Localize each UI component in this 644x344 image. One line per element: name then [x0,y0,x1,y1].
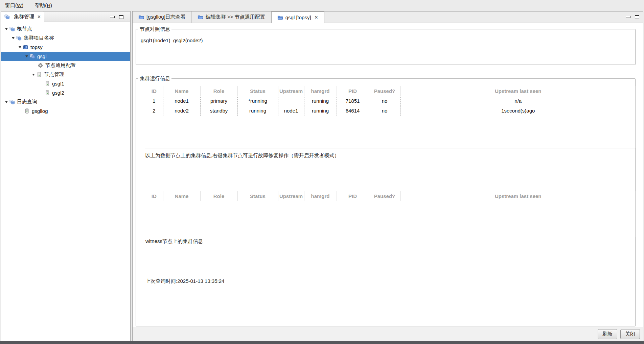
cell: 2 [145,106,163,116]
column-header[interactable]: Upstream [278,86,304,96]
editor-area: [gsgllog]日志查看 编辑集群 >> 节点通用配置 gsgl [topsy… [132,11,643,341]
column-header[interactable]: ID [145,86,163,96]
column-header[interactable]: PID [337,191,369,201]
node-info-groupbox: 节点对照信息 gsgl1(node1) gsgl2(node2) [136,29,636,65]
tab-label: [gsgllog]日志查看 [146,14,186,20]
cluster-tree: 根节点 集群项目名称 topsy gsgl 节点通用配置 节点管理 [1,22,130,341]
tree-item-label: topsy [30,44,43,50]
view-tab-label: 集群管理 [14,14,34,20]
folder-icon [198,14,203,20]
window-bottom-edge [0,341,644,344]
cluster-info-groupbox: 集群运行信息 ID Name Role Status Upstrea [136,78,636,326]
refresh-button[interactable]: 刷新 [598,329,617,339]
tree-item-node-common-config[interactable]: 节点通用配置 [1,61,130,70]
witness-note: witness节点上的集群信息 [145,238,203,245]
maximize-icon[interactable] [635,15,639,19]
editor-content: 节点对照信息 gsgl1(node1) gsgl2(node2) 集群运行信息 … [133,23,643,327]
column-header[interactable]: hamgrd [304,86,337,96]
tree-item-cluster-project-name[interactable]: 集群项目名称 [1,33,130,43]
column-header[interactable]: Paused? [369,86,400,96]
view-tab-cluster-management[interactable]: 集群管理 ✕ [1,11,44,22]
tree-item-label: gsgl1 [52,81,64,87]
menu-item-help[interactable]: 帮助(H) [33,1,54,10]
menu-text: ) [22,2,23,8]
cell: primary [200,96,237,106]
cell: n/a [400,96,636,106]
view-header: 集群管理 ✕ [1,11,130,22]
close-icon[interactable]: ✕ [315,15,318,20]
cell: 71851 [337,96,369,106]
cluster-grid-icon [23,44,28,50]
cell: no [369,106,400,116]
tree-item-label: 根节点 [17,26,32,32]
tree-item-label: gsgl [37,53,47,59]
tree-item-label: 集群项目名称 [24,35,54,41]
close-icon[interactable]: ✕ [37,15,41,19]
server-icon [24,108,30,114]
column-header[interactable]: Role [200,191,237,201]
tree-item-gsgl2[interactable]: gsgl2 [1,88,130,97]
minimize-icon[interactable] [626,16,630,18]
view-window-controls [110,11,123,22]
data-node-note: 以上为数据节点上的集群信息,右键集群节点可进行故障修复操作（需开启开发者模式） [145,152,339,159]
expander-arrow-icon[interactable] [24,55,29,57]
maximize-icon[interactable] [119,15,123,19]
column-header[interactable]: hamgrd [304,191,337,201]
tree-item-topsy[interactable]: topsy [1,43,130,52]
tree-item-node-management[interactable]: 节点管理 [1,70,130,79]
table-row[interactable]: 1 node1 primary *running running 71851 n… [145,96,636,106]
close-button[interactable]: 关闭 [620,329,640,339]
tab-gsgllog-log-view[interactable]: [gsgllog]日志查看 [133,11,192,23]
column-header[interactable]: Role [200,86,237,96]
cell [278,96,304,106]
cell: running [304,96,337,106]
last-query-time: 上次查询时间:2025-01-13 13:35:24 [145,278,224,285]
minimize-icon[interactable] [110,16,115,18]
column-header[interactable]: Name [163,191,200,201]
expander-arrow-icon[interactable] [4,101,9,103]
tree-item-gsgl[interactable]: gsgl [1,52,130,61]
folder-icon [277,15,283,20]
expander-arrow-icon[interactable] [10,37,16,39]
database-icon [16,35,22,41]
tree-item-root[interactable]: 根节点 [1,24,130,33]
column-header[interactable]: Upstream [278,191,304,201]
gear-icon [38,63,43,68]
tab-gsgl-topsy[interactable]: gsgl [topsy] ✕ [271,11,324,23]
tab-label: gsgl [topsy] [285,15,311,20]
server-icon [44,81,50,87]
cell: 64614 [337,106,369,116]
menu-mnemonic: H [47,2,50,8]
expander-arrow-icon[interactable] [17,46,23,48]
column-header[interactable]: Name [163,86,200,96]
column-header[interactable]: ID [145,191,163,201]
tree-item-gsgl1[interactable]: gsgl1 [1,79,130,88]
folder-icon [138,14,144,20]
database-icon [29,53,35,59]
column-header[interactable]: Upstream last seen [400,86,636,96]
column-header[interactable]: Status [237,86,278,96]
column-header[interactable]: Paused? [369,191,400,201]
expander-arrow-icon[interactable] [31,74,36,76]
server-icon [44,90,50,96]
groupbox-title: 集群运行信息 [138,75,171,82]
expander-arrow-icon[interactable] [4,28,9,30]
menu-item-window[interactable]: 窗口(W) [3,1,25,10]
cell: node1 [163,96,200,106]
tree-item-label: 节点管理 [44,71,64,78]
menu-bar: 窗口(W) 帮助(H) [0,0,644,11]
cell: node2 [163,106,200,116]
column-header[interactable]: PID [337,86,369,96]
table-row[interactable]: 2 node2 standby running node1 running 64… [145,106,636,116]
database-icon [4,14,10,20]
tab-edit-cluster-node-config[interactable]: 编辑集群 >> 节点通用配置 [192,11,271,23]
editor-tab-bar: [gsgllog]日志查看 编辑集群 >> 节点通用配置 gsgl [topsy… [133,11,643,23]
tree-item-log-query[interactable]: 日志查询 [1,97,130,106]
groupbox-title: 节点对照信息 [138,26,171,32]
menu-text: ) [50,2,52,8]
column-header[interactable]: Upstream last seen [400,191,636,201]
tree-item-label: 节点通用配置 [45,62,76,69]
tree-item-gsgllog[interactable]: gsgllog [1,106,130,116]
column-header[interactable]: Status [237,191,278,201]
cell: standby [200,106,237,116]
